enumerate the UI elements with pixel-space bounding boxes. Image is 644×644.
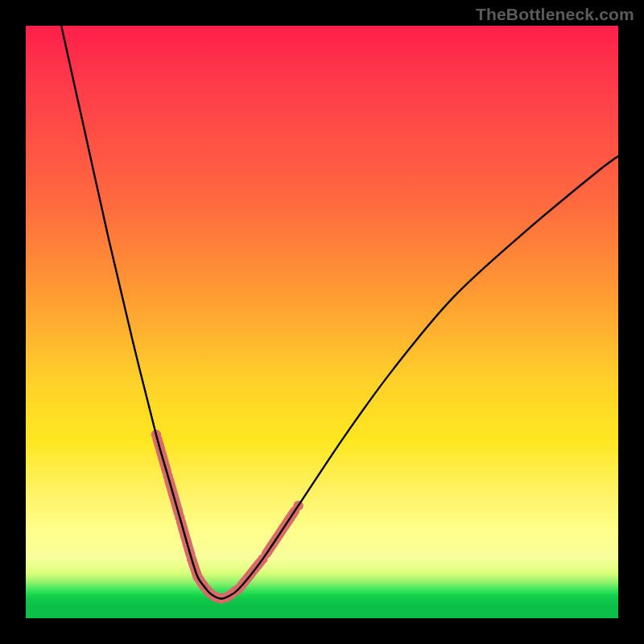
chart-stage: TheBottleneck.com [0,0,644,644]
plot-area [26,26,618,618]
bottleneck-curve [61,26,618,599]
marker-layer [151,430,303,604]
plot-frame [26,26,618,618]
curves-svg [26,26,618,618]
watermark-text: TheBottleneck.com [476,5,634,24]
